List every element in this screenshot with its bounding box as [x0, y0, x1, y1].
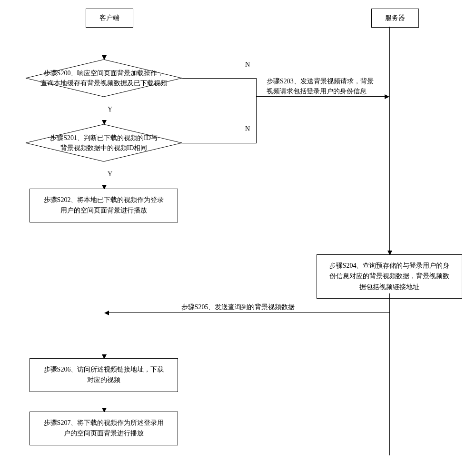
client-lane-header: 客户端 — [86, 9, 133, 28]
line — [256, 78, 257, 96]
line — [104, 389, 104, 409]
s201-text: 步骤S201、判断已下载的视频的ID与背景视频数据中的视频ID相同 — [25, 133, 182, 153]
line — [104, 162, 104, 186]
line — [109, 312, 389, 313]
line — [104, 27, 104, 56]
s201-n-label: N — [245, 125, 250, 133]
line — [104, 442, 104, 455]
s202-process: 步骤S202、将本地已下载的视频作为登录用户的空间页面背景进行播放 — [30, 189, 178, 222]
arrow — [104, 311, 109, 315]
server-lifeline — [389, 27, 390, 252]
s200-n-label: N — [245, 61, 250, 69]
s206-process: 步骤S206、访问所述视频链接地址，下载对应的视频 — [30, 358, 178, 392]
line — [256, 96, 257, 143]
s207-process: 步骤S207、将下载的视频作为所述登录用户的空间页面背景进行播放 — [30, 412, 178, 445]
server-lifeline-lower — [389, 312, 390, 455]
server-lane-header: 服务器 — [371, 9, 419, 28]
s201-decision: 步骤S201、判断已下载的视频的ID与背景视频数据中的视频ID相同 — [25, 124, 182, 162]
s201-y-label: Y — [108, 171, 112, 178]
line — [104, 97, 104, 121]
s200-y-label: Y — [108, 106, 112, 113]
s200-text: 步骤S200、响应空间页面背景加载操作，查询本地缓存有背景视频数据及已下载视频 — [25, 68, 182, 88]
line — [182, 78, 256, 79]
s200-decision: 步骤S200、响应空间页面背景加载操作，查询本地缓存有背景视频数据及已下载视频 — [25, 59, 182, 97]
line — [104, 219, 104, 355]
s203-message: 步骤S203、发送背景视频请求，背景视频请求包括登录用户的身份信息 — [267, 76, 405, 96]
line — [256, 96, 386, 97]
line — [389, 293, 390, 312]
s204-process: 步骤S204、查询预存储的与登录用户的身份信息对应的背景视频数据，背景视频数据包… — [317, 254, 462, 299]
line — [182, 143, 256, 143]
s205-message: 步骤S205、发送查询到的背景视频数据 — [162, 302, 314, 312]
